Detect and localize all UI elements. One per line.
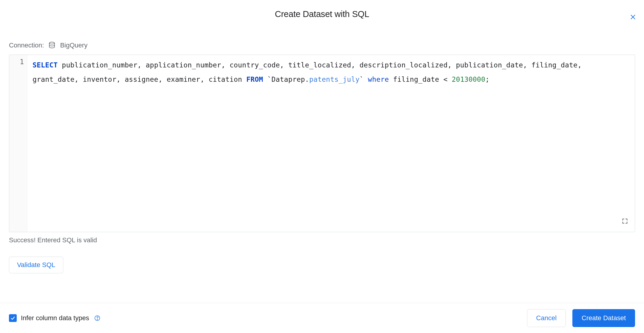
- dialog-body: Connection: BigQuery 1 SELECT publicatio…: [0, 28, 644, 303]
- connection-row: Connection: BigQuery: [9, 41, 635, 49]
- line-number: 1: [9, 58, 24, 66]
- dialog-footer: Infer column data types Cancel Create Da…: [0, 303, 644, 333]
- dialog-header: Create Dataset with SQL: [0, 0, 644, 28]
- validation-status: Success! Entered SQL is valid: [9, 236, 635, 244]
- svg-point-2: [50, 42, 55, 44]
- infer-types-label: Infer column data types: [21, 314, 89, 322]
- dialog-title: Create Dataset with SQL: [275, 9, 369, 19]
- connection-name: BigQuery: [60, 41, 87, 49]
- infer-types-option[interactable]: Infer column data types: [9, 314, 101, 322]
- cancel-button[interactable]: Cancel: [527, 309, 566, 327]
- line-gutter: 1: [9, 55, 27, 232]
- expand-icon[interactable]: [622, 218, 628, 225]
- sql-editor[interactable]: 1 SELECT publication_number, application…: [9, 55, 635, 232]
- svg-point-4: [97, 319, 97, 320]
- sql-textarea[interactable]: SELECT publication_number, application_n…: [27, 55, 635, 232]
- validate-sql-button[interactable]: Validate SQL: [9, 257, 63, 273]
- help-icon[interactable]: [94, 315, 101, 321]
- create-dataset-sql-dialog: Create Dataset with SQL Connection: BigQ…: [0, 0, 644, 333]
- infer-types-checkbox[interactable]: [9, 314, 17, 322]
- footer-actions: Cancel Create Dataset: [527, 309, 635, 327]
- connection-label: Connection:: [9, 41, 44, 49]
- database-icon: [48, 41, 56, 49]
- close-icon[interactable]: [630, 14, 636, 21]
- create-dataset-button[interactable]: Create Dataset: [572, 309, 635, 327]
